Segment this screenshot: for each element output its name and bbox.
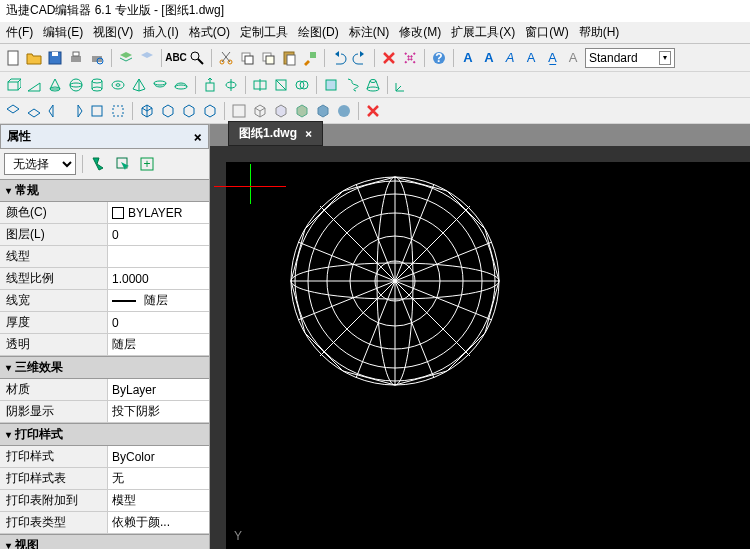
undo-icon[interactable] [330, 49, 348, 67]
property-row[interactable]: 厚度0 [0, 312, 209, 334]
delete-icon[interactable] [380, 49, 398, 67]
property-value[interactable]: ByLayer [108, 379, 209, 400]
shade-real-icon[interactable] [335, 102, 353, 120]
view-right-icon[interactable] [67, 102, 85, 120]
redo-icon[interactable] [351, 49, 369, 67]
cut-icon[interactable] [217, 49, 235, 67]
menu-dimension[interactable]: 标注(N) [345, 22, 394, 43]
help-icon[interactable]: ? [430, 49, 448, 67]
layers-icon[interactable] [117, 49, 135, 67]
dome-icon[interactable] [172, 76, 190, 94]
property-group-header[interactable]: ▾常规 [0, 179, 209, 202]
menu-format[interactable]: 格式(O) [185, 22, 234, 43]
menu-window[interactable]: 窗口(W) [521, 22, 572, 43]
text-a3-icon[interactable]: A [501, 49, 519, 67]
property-row[interactable]: 材质ByLayer [0, 379, 209, 401]
text-find-icon[interactable]: A [564, 49, 582, 67]
extrude-icon[interactable] [201, 76, 219, 94]
shade-gouraud-icon[interactable] [314, 102, 332, 120]
text-a1-icon[interactable]: A [459, 49, 477, 67]
match-properties-icon[interactable] [301, 49, 319, 67]
save-icon[interactable] [46, 49, 64, 67]
view-sw-icon[interactable] [138, 102, 156, 120]
pickadd-icon[interactable]: + [137, 154, 157, 174]
ucs-icon[interactable] [393, 76, 411, 94]
copy-with-base-icon[interactable] [259, 49, 277, 67]
new-icon[interactable] [4, 49, 22, 67]
view-left-icon[interactable] [46, 102, 64, 120]
pyramid-icon[interactable] [130, 76, 148, 94]
print-preview-icon[interactable] [88, 49, 106, 67]
menu-view[interactable]: 视图(V) [89, 22, 137, 43]
loft-icon[interactable] [364, 76, 382, 94]
property-value[interactable]: 0 [108, 312, 209, 333]
menu-help[interactable]: 帮助(H) [575, 22, 624, 43]
revolve-icon[interactable] [222, 76, 240, 94]
property-value[interactable] [108, 246, 209, 267]
menu-insert[interactable]: 插入(I) [139, 22, 182, 43]
view-back-icon[interactable] [109, 102, 127, 120]
print-icon[interactable] [67, 49, 85, 67]
selection-combo[interactable]: 无选择 [4, 153, 76, 175]
interfere-icon[interactable] [293, 76, 311, 94]
property-value[interactable]: BYLAYER [108, 202, 209, 223]
property-row[interactable]: 线宽 随层 [0, 290, 209, 312]
shade-2d-icon[interactable] [230, 102, 248, 120]
property-value[interactable]: 投下阴影 [108, 401, 209, 422]
view-nw-icon[interactable] [201, 102, 219, 120]
select-objects-icon[interactable] [113, 154, 133, 174]
spellcheck-icon[interactable]: ABC [167, 49, 185, 67]
tab-close-icon[interactable]: × [305, 127, 312, 141]
property-value[interactable]: ByColor [108, 446, 209, 467]
text-style-icon[interactable]: A̲ [543, 49, 561, 67]
property-value[interactable]: 1.0000 [108, 268, 209, 289]
property-row[interactable]: 透明随层 [0, 334, 209, 356]
property-row[interactable]: 图层(L)0 [0, 224, 209, 246]
quick-select-icon[interactable] [89, 154, 109, 174]
property-row[interactable]: 打印样式ByColor [0, 446, 209, 468]
property-group-header[interactable]: ▾三维效果 [0, 356, 209, 379]
shade-hidden-icon[interactable] [272, 102, 290, 120]
find-icon[interactable] [188, 49, 206, 67]
view-top-icon[interactable] [4, 102, 22, 120]
property-group-header[interactable]: ▾视图 [0, 534, 209, 549]
property-row[interactable]: 线型比例1.0000 [0, 268, 209, 290]
property-value[interactable]: 依赖于颜... [108, 512, 209, 533]
paste-icon[interactable] [280, 49, 298, 67]
text-a2-icon[interactable]: A [480, 49, 498, 67]
property-value[interactable]: 随层 [108, 290, 209, 311]
view-ne-icon[interactable] [180, 102, 198, 120]
menu-edit[interactable]: 编辑(E) [39, 22, 87, 43]
sphere-icon[interactable] [67, 76, 85, 94]
dish-icon[interactable] [151, 76, 169, 94]
open-icon[interactable] [25, 49, 43, 67]
panel-close-icon[interactable]: × [194, 129, 202, 145]
helix-icon[interactable] [343, 76, 361, 94]
property-row[interactable]: 线型 [0, 246, 209, 268]
cone-icon[interactable] [46, 76, 64, 94]
copy-icon[interactable] [238, 49, 256, 67]
region-icon[interactable] [322, 76, 340, 94]
menu-custom-tools[interactable]: 定制工具 [236, 22, 292, 43]
property-value[interactable]: 0 [108, 224, 209, 245]
slice-icon[interactable] [251, 76, 269, 94]
close-views-icon[interactable] [364, 102, 382, 120]
box-icon[interactable] [4, 76, 22, 94]
menu-draw[interactable]: 绘图(D) [294, 22, 343, 43]
section-icon[interactable] [272, 76, 290, 94]
document-tab[interactable]: 图纸1.dwg × [228, 121, 323, 146]
view-se-icon[interactable] [159, 102, 177, 120]
view-front-icon[interactable] [88, 102, 106, 120]
torus-icon[interactable] [109, 76, 127, 94]
property-value[interactable]: 无 [108, 468, 209, 489]
property-group-header[interactable]: ▾打印样式 [0, 423, 209, 446]
text-style-select[interactable]: Standard ▾ [585, 48, 675, 68]
menu-file[interactable]: 件(F) [2, 22, 37, 43]
shade-wire-icon[interactable] [251, 102, 269, 120]
menu-modify[interactable]: 修改(M) [395, 22, 445, 43]
property-row[interactable]: 颜色(C)BYLAYER [0, 202, 209, 224]
property-row[interactable]: 阴影显示投下阴影 [0, 401, 209, 423]
dropdown-arrow-icon[interactable]: ▾ [659, 51, 671, 65]
text-edit-icon[interactable]: A [522, 49, 540, 67]
property-row[interactable]: 打印样式表无 [0, 468, 209, 490]
